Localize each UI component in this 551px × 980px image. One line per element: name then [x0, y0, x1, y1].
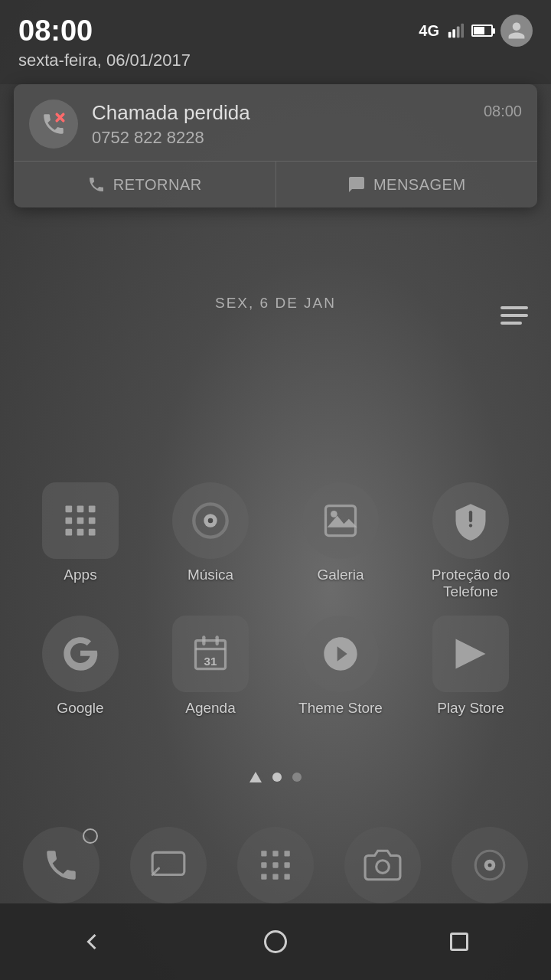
google-icon [42, 616, 119, 692]
svg-rect-32 [284, 862, 289, 867]
status-icons: 4G [419, 15, 533, 47]
svg-point-36 [377, 861, 390, 874]
app-item-music[interactable]: Música [157, 482, 264, 600]
svg-rect-1 [452, 29, 455, 38]
svg-point-19 [331, 511, 337, 518]
svg-rect-9 [66, 518, 73, 524]
svg-rect-3 [461, 24, 464, 38]
themestore-icon [302, 616, 379, 692]
nav-bar [0, 903, 551, 980]
status-bar: 08:00 4G sexta-feira, 06/01/2017 [0, 0, 551, 84]
svg-text:31: 31 [204, 655, 217, 668]
svg-rect-28 [272, 851, 278, 856]
svg-rect-41 [452, 934, 468, 950]
calendar-icon: 31 [172, 616, 249, 692]
dock-music[interactable] [452, 827, 528, 903]
svg-rect-30 [261, 862, 266, 867]
svg-point-20 [469, 524, 472, 527]
svg-point-17 [208, 518, 214, 524]
apps-icon [42, 482, 119, 559]
svg-point-39 [488, 864, 492, 867]
status-time: 08:00 [18, 15, 93, 47]
app-label-playstore: Play Store [437, 700, 504, 717]
svg-rect-29 [284, 851, 289, 856]
notification-text: Chamada perdida 0752 822 8228 [92, 101, 470, 148]
page-dot-2[interactable] [292, 773, 302, 782]
dock [0, 827, 551, 903]
home-date: SEX, 6 DE JAN [0, 295, 551, 312]
playstore-icon [432, 616, 509, 692]
svg-rect-27 [261, 851, 266, 856]
app-item-gallery[interactable]: Galeria [287, 482, 394, 600]
nav-back-button[interactable] [69, 919, 115, 965]
svg-rect-2 [457, 27, 460, 38]
app-item-apps[interactable]: Apps [27, 482, 134, 600]
notification-card: Chamada perdida 0752 822 8228 08:00 RETO… [14, 84, 537, 207]
app-label-themestore: Theme Store [298, 700, 383, 717]
menu-line-1 [500, 306, 528, 309]
svg-rect-8 [89, 506, 96, 513]
notification-phone: 0752 822 8228 [92, 128, 470, 148]
notification-time: 08:00 [484, 103, 522, 120]
gallery-icon [302, 482, 379, 559]
action-call-label: RETORNAR [113, 176, 202, 194]
app-label-music: Música [187, 567, 233, 583]
user-avatar-icon[interactable] [500, 15, 533, 47]
page-dot-1[interactable] [272, 773, 282, 782]
svg-rect-14 [89, 529, 96, 536]
svg-rect-11 [89, 518, 96, 524]
svg-rect-33 [261, 874, 266, 879]
app-row-2: Google 31 Agenda Theme Store [15, 616, 536, 717]
dock-sms[interactable] [130, 827, 207, 903]
page-dots [0, 772, 551, 782]
notification-action-message[interactable]: MENSAGEM [276, 162, 538, 207]
notification-action-call[interactable]: RETORNAR [14, 162, 276, 207]
svg-rect-12 [66, 529, 73, 536]
app-item-calendar[interactable]: 31 Agenda [157, 616, 264, 717]
nav-recents-button[interactable] [436, 919, 482, 965]
app-item-google[interactable]: Google [27, 616, 134, 717]
app-grid: Apps Música Galeria [0, 482, 551, 732]
notification-actions: RETORNAR MENSAGEM [14, 161, 537, 207]
svg-point-40 [266, 932, 286, 952]
dock-launcher[interactable] [237, 827, 314, 903]
svg-rect-10 [77, 518, 84, 524]
svg-rect-35 [284, 874, 289, 879]
action-message-label: MENSAGEM [373, 176, 466, 194]
svg-rect-0 [448, 32, 452, 38]
nav-home-button[interactable] [253, 919, 298, 965]
svg-rect-6 [66, 506, 73, 513]
dock-phone[interactable] [23, 827, 99, 903]
svg-rect-31 [272, 862, 278, 867]
menu-icon[interactable] [500, 306, 528, 325]
svg-rect-7 [77, 506, 84, 513]
notification-title: Chamada perdida [92, 101, 470, 125]
music-icon [172, 482, 249, 559]
notification-badge [83, 828, 98, 844]
menu-line-2 [500, 314, 528, 317]
battery-icon [471, 24, 493, 37]
svg-rect-34 [272, 874, 278, 879]
signal-bars-icon [447, 22, 464, 39]
app-item-protection[interactable]: Proteção do Telefone [417, 482, 524, 600]
shield-icon [432, 482, 509, 559]
app-item-playstore[interactable]: Play Store [417, 616, 524, 717]
app-label-apps: Apps [64, 567, 96, 583]
app-label-gallery: Galeria [317, 567, 364, 583]
app-row-1: Apps Música Galeria [15, 482, 536, 600]
signal-type: 4G [419, 22, 439, 40]
app-label-google: Google [57, 700, 103, 717]
status-date: sexta-feira, 06/01/2017 [18, 51, 533, 70]
app-label-calendar: Agenda [185, 700, 236, 717]
page-dot-0[interactable] [249, 772, 262, 782]
menu-line-3 [500, 322, 522, 325]
missed-call-icon [29, 100, 78, 149]
dock-camera[interactable] [344, 827, 421, 903]
svg-rect-13 [77, 529, 84, 536]
app-item-themestore[interactable]: Theme Store [287, 616, 394, 717]
app-label-protection: Proteção do Telefone [417, 567, 524, 600]
